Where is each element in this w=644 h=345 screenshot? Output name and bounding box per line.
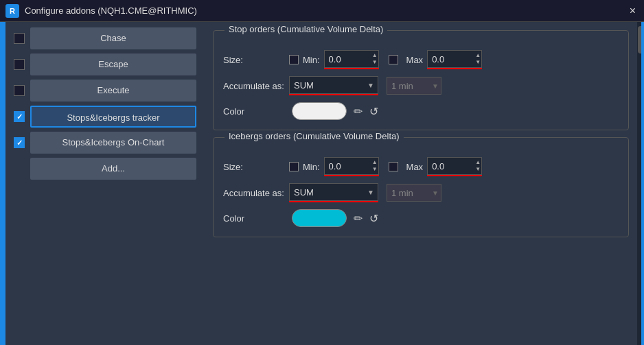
addon-btn-chase[interactable]: Chase bbox=[30, 27, 196, 49]
stop-reset-button[interactable]: ↺ bbox=[369, 105, 378, 118]
addon-list: Chase Escape Execute Stops&Icebergs trac… bbox=[5, 22, 205, 345]
addon-row-stops-tracker: Stops&Icebergs tracker bbox=[14, 106, 196, 128]
icebergs-max-input-wrapper: ▲ ▼ bbox=[427, 157, 482, 176]
stop-min-label: Min: bbox=[303, 55, 320, 65]
stop-min-down[interactable]: ▼ bbox=[372, 59, 378, 66]
checkbox-chase[interactable] bbox=[14, 33, 25, 44]
icebergs-max-checkbox[interactable] bbox=[389, 162, 398, 171]
stop-min-up[interactable]: ▲ bbox=[372, 52, 378, 59]
icebergs-orders-title: Icebergs orders (Cumulative Volume Delta… bbox=[225, 131, 404, 141]
addon-row-escape: Escape bbox=[14, 53, 196, 75]
icebergs-timeframe-dropdown-wrapper: 1 min 5 min 15 min ▼ bbox=[387, 184, 441, 202]
icebergs-sum-dropdown[interactable]: SUM AVG MAX bbox=[289, 183, 378, 201]
stop-accumulate-row: Accumulate as: SUM AVG MAX ▼ 1 min 5 min… bbox=[223, 76, 619, 95]
stop-max-up[interactable]: ▲ bbox=[475, 52, 481, 59]
app-icon: R bbox=[5, 4, 19, 18]
stop-min-spinner: ▲ ▼ bbox=[372, 52, 378, 66]
icebergs-max-input[interactable] bbox=[427, 157, 482, 175]
stop-orders-title: Stop orders (Cumulative Volume Delta) bbox=[225, 24, 387, 34]
stop-max-down[interactable]: ▼ bbox=[475, 59, 481, 66]
icebergs-max-label: Max bbox=[406, 162, 424, 172]
icebergs-min-label: Min: bbox=[303, 162, 320, 172]
icebergs-accumulate-label: Accumulate as: bbox=[223, 188, 285, 198]
icebergs-min-input-wrapper: ▲ ▼ bbox=[324, 157, 379, 176]
icebergs-min-input[interactable] bbox=[324, 157, 379, 175]
stop-color-label: Color bbox=[223, 106, 285, 117]
stop-timeframe-dropdown-wrapper: 1 min 5 min 15 min ▼ bbox=[387, 77, 441, 95]
stop-min-checkbox[interactable] bbox=[289, 55, 299, 64]
stop-sum-dropdown-wrapper: SUM AVG MAX ▼ bbox=[289, 76, 378, 95]
titlebar-title: Configure addons (NQH1.CME@RITHMIC) bbox=[25, 5, 197, 16]
icebergs-min-spinner: ▲ ▼ bbox=[372, 159, 378, 173]
addon-btn-stops-onchart[interactable]: Stops&Icebergs On-Chart bbox=[30, 132, 196, 154]
stop-max-checkbox[interactable] bbox=[389, 55, 398, 64]
scrollbar[interactable] bbox=[637, 22, 644, 345]
icebergs-accumulate-row: Accumulate as: SUM AVG MAX ▼ 1 min 5 min… bbox=[223, 183, 619, 202]
addon-row-chase: Chase bbox=[14, 27, 196, 49]
icebergs-size-label: Size: bbox=[223, 162, 285, 172]
stop-pencil-button[interactable]: ✏ bbox=[354, 105, 363, 118]
icebergs-timeframe-dropdown[interactable]: 1 min 5 min 15 min bbox=[387, 184, 441, 202]
stop-orders-section: Stop orders (Cumulative Volume Delta) Si… bbox=[213, 30, 629, 130]
stop-size-inputs: Min: ▲ ▼ Max ▲ ▼ bbox=[289, 50, 619, 69]
icebergs-pencil-button[interactable]: ✏ bbox=[354, 212, 363, 225]
main-container: Chase Escape Execute Stops&Icebergs trac… bbox=[0, 22, 644, 345]
stop-max-input-wrapper: ▲ ▼ bbox=[427, 50, 482, 69]
stop-max-label: Max bbox=[406, 55, 424, 65]
icebergs-min-down[interactable]: ▼ bbox=[372, 166, 378, 173]
stop-min-input[interactable] bbox=[324, 50, 379, 68]
addon-row-stops-onchart: Stops&Icebergs On-Chart bbox=[14, 132, 196, 154]
left-accent-strip bbox=[0, 22, 5, 345]
close-button[interactable]: × bbox=[630, 5, 636, 16]
checkbox-stops-onchart[interactable] bbox=[14, 137, 25, 148]
checkbox-escape[interactable] bbox=[14, 59, 25, 70]
icebergs-reset-button[interactable]: ↺ bbox=[369, 212, 378, 225]
icebergs-max-spinner: ▲ ▼ bbox=[475, 159, 481, 173]
stop-color-swatch[interactable] bbox=[292, 102, 347, 120]
addon-btn-escape[interactable]: Escape bbox=[30, 53, 196, 75]
icebergs-color-row: Color ✏ ↺ bbox=[223, 209, 619, 227]
stop-max-input[interactable] bbox=[427, 50, 482, 68]
icebergs-min-up[interactable]: ▲ bbox=[372, 159, 378, 166]
stop-max-spinner: ▲ ▼ bbox=[475, 52, 481, 66]
stop-sum-dropdown[interactable]: SUM AVG MAX bbox=[289, 76, 378, 94]
icebergs-max-up[interactable]: ▲ bbox=[475, 159, 481, 166]
icebergs-size-inputs: Min: ▲ ▼ Max ▲ ▼ bbox=[289, 157, 619, 176]
stop-timeframe-dropdown[interactable]: 1 min 5 min 15 min bbox=[387, 77, 441, 95]
checkbox-stops-tracker[interactable] bbox=[14, 111, 25, 122]
icebergs-color-label: Color bbox=[223, 213, 285, 224]
stop-accumulate-label: Accumulate as: bbox=[223, 81, 285, 91]
titlebar: R Configure addons (NQH1.CME@RITHMIC) × bbox=[0, 0, 644, 22]
checkbox-execute[interactable] bbox=[14, 85, 25, 96]
icebergs-sum-dropdown-wrapper: SUM AVG MAX ▼ bbox=[289, 183, 378, 202]
icebergs-max-down[interactable]: ▼ bbox=[475, 166, 481, 173]
addon-btn-stops-tracker[interactable]: Stops&Icebergs tracker bbox=[30, 106, 196, 128]
icebergs-min-checkbox[interactable] bbox=[289, 162, 299, 171]
stop-min-input-wrapper: ▲ ▼ bbox=[324, 50, 379, 69]
addon-row-add: Add... bbox=[14, 158, 196, 180]
stop-size-row: Size: Min: ▲ ▼ Max bbox=[223, 50, 619, 69]
addon-btn-execute[interactable]: Execute bbox=[30, 80, 196, 102]
right-panel: Stop orders (Cumulative Volume Delta) Si… bbox=[205, 22, 637, 345]
icebergs-orders-section: Icebergs orders (Cumulative Volume Delta… bbox=[213, 137, 629, 237]
addon-row-execute: Execute bbox=[14, 80, 196, 102]
icebergs-size-row: Size: Min: ▲ ▼ Max bbox=[223, 157, 619, 176]
icebergs-color-swatch[interactable] bbox=[292, 209, 347, 227]
stop-color-row: Color ✏ ↺ bbox=[223, 102, 619, 120]
add-button[interactable]: Add... bbox=[30, 158, 196, 180]
stop-size-label: Size: bbox=[223, 55, 285, 65]
right-edge-accent bbox=[641, 22, 644, 345]
